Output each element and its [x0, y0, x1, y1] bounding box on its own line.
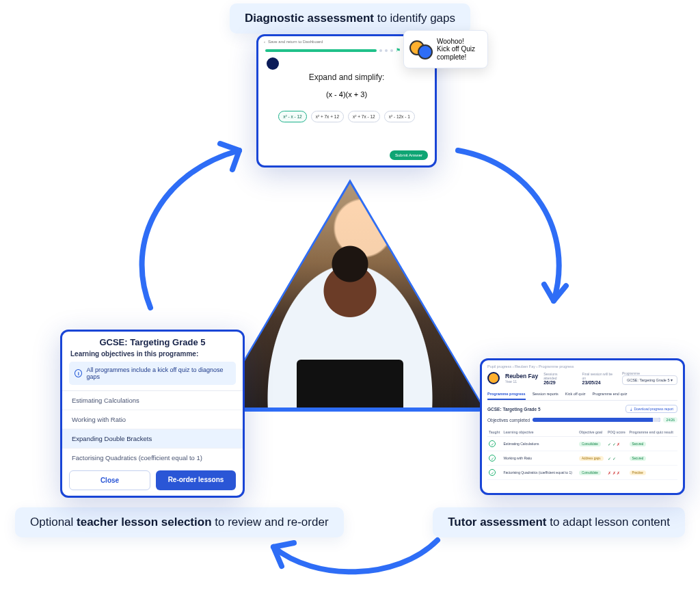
objectives-table: TaughtLearning objectiveObjective goalPO…: [487, 428, 677, 480]
objective-list: Estimating CalculationsWorking with Rati…: [62, 390, 243, 465]
flag-icon: ⚑: [396, 47, 401, 53]
submit-answer-button[interactable]: Submit Answer: [390, 150, 428, 160]
breadcrumb: Pupil progress › Reuben Fay › Programme …: [487, 364, 677, 369]
arrow-top-right: [451, 137, 588, 315]
popup-line: complete!: [437, 53, 475, 62]
programme-info-banner: i All programmes include a kick off quiz…: [69, 362, 236, 385]
list-item[interactable]: Estimating Calculations: [62, 391, 243, 410]
answer-option[interactable]: x² - x - 12: [278, 111, 306, 122]
check-icon: ✓: [489, 469, 496, 476]
table-row: ✓Factorising Quadratics (coefficient equ…: [487, 466, 677, 480]
question-expression: (x - 4)(x + 3): [258, 90, 435, 98]
reorder-lessons-button[interactable]: Re-order lessons: [156, 470, 236, 490]
table-header-row: TaughtLearning objectiveObjective goalPO…: [487, 428, 677, 437]
answer-option[interactable]: x² + 7x + 12: [311, 111, 344, 122]
student-photo-triangle: [213, 179, 487, 412]
tutor-dashboard-card: Pupil progress › Reuben Fay › Programme …: [480, 358, 685, 495]
popup-line: Kick off Quiz: [437, 45, 475, 53]
programme-select[interactable]: GCSE: Targeting Grade 5 ▾: [622, 375, 677, 385]
answer-option[interactable]: x² - 12x - 1: [384, 111, 415, 122]
tab[interactable]: Session reports: [533, 389, 558, 400]
answer-option[interactable]: x² + 7x - 12: [348, 111, 380, 122]
student-year: Year 11: [505, 379, 538, 384]
tutor-avatar: [267, 57, 279, 70]
callout-diagnostic: Diagnostic assessment to identify gaps: [230, 3, 470, 34]
quiz-complete-popup: Woohoo! Kick off Quiz complete!: [403, 30, 488, 68]
popup-line: Woohoo!: [437, 38, 475, 46]
programme-title: GCSE: Targeting Grade 5: [62, 332, 243, 350]
objectives-label: Objectives completed: [487, 418, 530, 423]
answer-options: x² - x - 12x² + 7x + 12x² + 7x - 12x² - …: [258, 111, 435, 122]
download-report-button[interactable]: ⭳ Download progress report: [625, 405, 677, 413]
student-name: Reuben Fay: [505, 373, 538, 379]
close-button[interactable]: Close: [69, 470, 150, 490]
programme-card: GCSE: Targeting Grade 5 Learning objecti…: [60, 330, 245, 498]
chevron-left-icon[interactable]: ‹: [264, 40, 265, 44]
callout-tutor-assessment: Tutor assessment to adapt lesson content: [433, 507, 685, 537]
tab[interactable]: Programme end quiz: [592, 389, 627, 400]
student-avatar: [487, 372, 500, 384]
objectives-count: 24/26: [663, 417, 677, 423]
arrow-top-left: [116, 137, 253, 315]
check-icon: ✓: [489, 455, 496, 462]
arrow-bottom: [260, 526, 451, 588]
section-title: GCSE: Targeting Grade 5: [487, 407, 541, 412]
programme-info-text: All programmes include a kick off quiz t…: [86, 366, 230, 380]
list-item[interactable]: Expanding Double Brackets: [62, 429, 243, 449]
objectives-progress-bar: [533, 418, 660, 422]
table-row: ✓Estimating CalculationsConsolidate✓ ✓ ✗…: [487, 437, 677, 451]
table-row: ✓Working with RatioAddress gaps✓ ✓Secure…: [487, 451, 677, 466]
check-icon: ✓: [489, 440, 496, 447]
mascots-icon: [409, 38, 433, 61]
question-title: Expand and simplify:: [258, 72, 435, 82]
list-item[interactable]: Factorising Quadratics (coefficient equa…: [62, 449, 243, 465]
info-icon: i: [75, 369, 82, 377]
programme-subtitle: Learning objectives in this programme:: [62, 350, 243, 362]
tab[interactable]: Kick off quiz: [565, 389, 586, 400]
back-link[interactable]: Save and return to Dashboard: [268, 40, 323, 44]
chevron-down-icon: ▾: [671, 378, 673, 382]
list-item[interactable]: Working with Ratio: [62, 410, 243, 429]
tab[interactable]: Programme progress: [487, 389, 526, 400]
dashboard-tabs: Programme progressSession reportsKick of…: [487, 389, 677, 401]
